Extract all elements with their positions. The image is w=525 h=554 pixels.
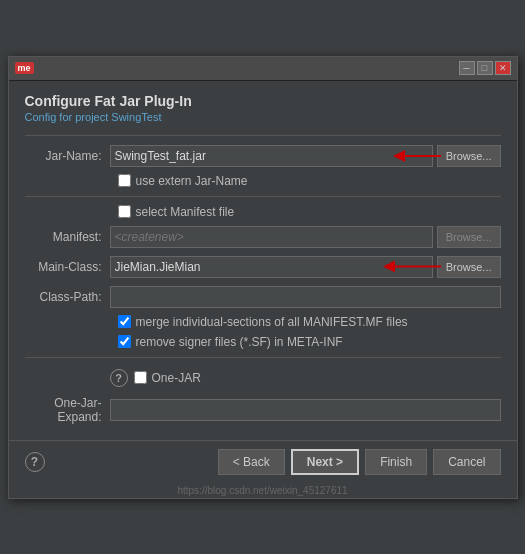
- footer: ? < Back Next > Finish Cancel: [9, 440, 517, 483]
- jar-name-label: Jar-Name:: [25, 149, 110, 163]
- jar-name-input[interactable]: [110, 145, 433, 167]
- manifest-label: Manifest:: [25, 230, 110, 244]
- one-jar-expand-row: One-Jar-Expand:: [25, 396, 501, 424]
- merge-individual-row: merge individual-sections of all MANIFES…: [25, 315, 501, 329]
- remove-signer-label: remove signer files (*.SF) in META-INF: [136, 335, 343, 349]
- one-jar-expand-label: One-Jar-Expand:: [25, 396, 110, 424]
- footer-left: ?: [25, 452, 45, 472]
- one-jar-row: ? One-JAR: [25, 366, 501, 390]
- dialog-window: me ─ □ ✕ Configure Fat Jar Plug-In Confi…: [8, 56, 518, 499]
- separator-bottom: [25, 357, 501, 358]
- dialog-subtitle: Config for project SwingTest: [25, 111, 501, 123]
- select-manifest-label: select Manifest file: [136, 205, 235, 219]
- remove-signer-row: remove signer files (*.SF) in META-INF: [25, 335, 501, 349]
- merge-individual-label: merge individual-sections of all MANIFES…: [136, 315, 408, 329]
- use-extern-jar-checkbox[interactable]: [118, 174, 131, 187]
- manifest-input[interactable]: [110, 226, 433, 248]
- class-path-input[interactable]: [110, 286, 501, 308]
- main-class-row: Main-Class: Browse...: [25, 255, 501, 279]
- separator-mid: [25, 196, 501, 197]
- next-button[interactable]: Next >: [291, 449, 359, 475]
- titlebar-controls: ─ □ ✕: [459, 61, 511, 75]
- dialog-content: Configure Fat Jar Plug-In Config for pro…: [9, 81, 517, 440]
- main-class-label: Main-Class:: [25, 260, 110, 274]
- app-badge: me: [15, 62, 34, 74]
- separator-top: [25, 135, 501, 136]
- titlebar: me ─ □ ✕: [9, 57, 517, 81]
- titlebar-left: me: [15, 62, 34, 74]
- form-area: Jar-Name: Browse...: [25, 144, 501, 424]
- jar-name-browse-button[interactable]: Browse...: [437, 145, 501, 167]
- help-button[interactable]: ?: [25, 452, 45, 472]
- cancel-button[interactable]: Cancel: [433, 449, 500, 475]
- merge-individual-checkbox[interactable]: [118, 315, 131, 328]
- watermark: https://blog.csdn.net/weixin_45127611: [9, 483, 517, 498]
- dialog-title: Configure Fat Jar Plug-In: [25, 93, 501, 109]
- main-class-input[interactable]: [110, 256, 433, 278]
- close-button[interactable]: ✕: [495, 61, 511, 75]
- manifest-browse-button[interactable]: Browse...: [437, 226, 501, 248]
- minimize-button[interactable]: ─: [459, 61, 475, 75]
- one-jar-checkbox[interactable]: [134, 371, 147, 384]
- back-button[interactable]: < Back: [218, 449, 285, 475]
- remove-signer-checkbox[interactable]: [118, 335, 131, 348]
- select-manifest-checkbox[interactable]: [118, 205, 131, 218]
- use-extern-jar-label: use extern Jar-Name: [136, 174, 248, 188]
- one-jar-help-icon[interactable]: ?: [110, 369, 128, 387]
- maximize-button[interactable]: □: [477, 61, 493, 75]
- jar-name-row: Jar-Name: Browse...: [25, 144, 501, 168]
- class-path-row: Class-Path:: [25, 285, 501, 309]
- footer-buttons: < Back Next > Finish Cancel: [218, 449, 501, 475]
- select-manifest-row: select Manifest file: [25, 205, 501, 219]
- use-extern-jar-row: use extern Jar-Name: [25, 174, 501, 188]
- manifest-row: Manifest: Browse...: [25, 225, 501, 249]
- class-path-label: Class-Path:: [25, 290, 110, 304]
- one-jar-label: One-JAR: [152, 371, 201, 385]
- main-class-browse-button[interactable]: Browse...: [437, 256, 501, 278]
- finish-button[interactable]: Finish: [365, 449, 427, 475]
- one-jar-expand-input[interactable]: [110, 399, 501, 421]
